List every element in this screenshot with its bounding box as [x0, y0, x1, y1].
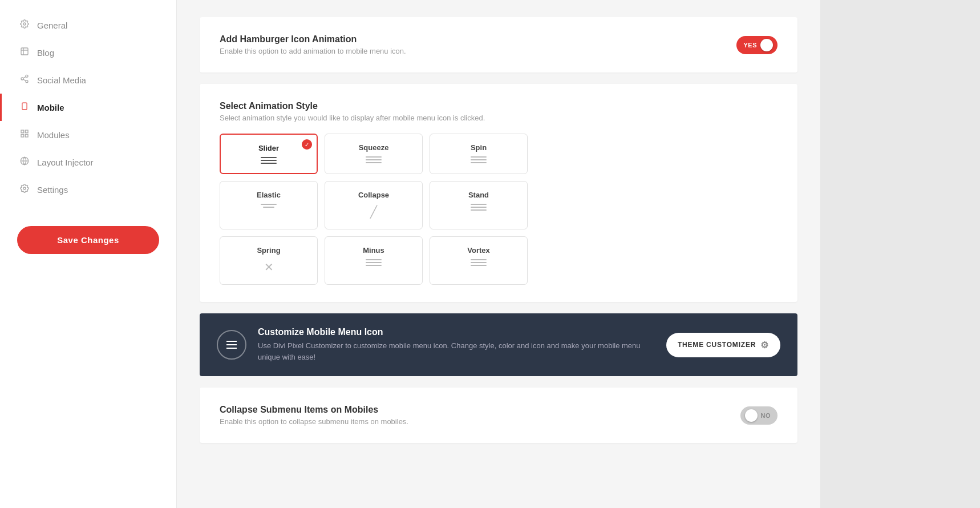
- collapse-submenu-card: Collapse Submenu Items on Mobiles Enable…: [200, 388, 797, 443]
- sidebar-item-blog[interactable]: Blog: [0, 39, 176, 66]
- toggle-no-label: NO: [761, 412, 771, 419]
- selected-check-icon: ✓: [302, 139, 312, 150]
- anim-label-spring: Spring: [227, 246, 310, 255]
- theme-customizer-button[interactable]: THEME CUSTOMIZER ⚙: [666, 333, 780, 357]
- svg-point-5: [21, 78, 23, 80]
- sidebar-item-social-media[interactable]: Social Media: [0, 66, 176, 94]
- toggle-circle: [745, 409, 758, 422]
- animation-style-desc: Select animation style you would like to…: [220, 114, 777, 122]
- anim-option-slider[interactable]: ✓ Slider: [220, 134, 318, 174]
- collapse-title: Collapse Submenu Items on Mobiles: [220, 405, 408, 415]
- hamburger-label-group: Add Hamburger Icon Animation Enable this…: [220, 34, 406, 55]
- hamburger-toggle[interactable]: YES: [736, 36, 777, 54]
- anim-icon-stand: [437, 204, 520, 211]
- menu-icon: [217, 330, 246, 360]
- collapse-desc: Enable this option to collapse submenu i…: [220, 417, 408, 426]
- hamburger-animation-card: Add Hamburger Icon Animation Enable this…: [200, 17, 797, 72]
- sidebar-item-general[interactable]: General: [0, 11, 176, 39]
- toggle-circle: [760, 39, 773, 51]
- anim-icon-minus: [332, 259, 415, 266]
- svg-point-17: [23, 187, 26, 190]
- main-content: Add Hamburger Icon Animation Enable this…: [177, 0, 820, 508]
- sidebar-item-label: Mobile: [37, 103, 64, 112]
- save-changes-button[interactable]: Save Changes: [17, 226, 159, 254]
- anim-label-squeeze: Squeeze: [332, 143, 415, 152]
- layout-icon: [19, 156, 30, 168]
- blog-icon: [19, 47, 30, 58]
- svg-line-7: [23, 79, 26, 81]
- sidebar-item-label: Modules: [37, 130, 70, 140]
- customize-banner: Customize Mobile Menu Icon Use Divi Pixe…: [200, 313, 797, 376]
- save-changes-wrap: Save Changes: [0, 215, 176, 265]
- social-icon: [19, 74, 30, 86]
- anim-icon-spin: [437, 156, 520, 163]
- anim-label-minus: Minus: [332, 246, 415, 255]
- anim-label-spin: Spin: [437, 143, 520, 152]
- theme-customizer-label: THEME CUSTOMIZER: [678, 341, 756, 349]
- svg-point-6: [26, 80, 28, 83]
- anim-icon-collapse: ╱: [332, 204, 415, 220]
- sidebar: General Blog Social Media Mobile Modules…: [0, 0, 177, 508]
- animation-style-card: Select Animation Style Select animation …: [200, 84, 797, 302]
- svg-rect-11: [21, 130, 24, 133]
- settings-icon: [19, 184, 30, 195]
- toggle-yes-label: YES: [743, 42, 757, 49]
- gear-icon: ⚙: [760, 340, 769, 350]
- svg-rect-13: [25, 134, 28, 137]
- anim-option-elastic[interactable]: Elastic: [220, 181, 318, 229]
- svg-line-8: [23, 76, 26, 78]
- collapse-toggle-row: Collapse Submenu Items on Mobiles Enable…: [220, 405, 777, 426]
- hamburger-desc: Enable this option to add animation to m…: [220, 47, 406, 55]
- anim-label-vortex: Vortex: [437, 246, 520, 255]
- sidebar-item-label: Social Media: [37, 75, 86, 85]
- hamburger-toggle-row: Add Hamburger Icon Animation Enable this…: [220, 34, 777, 55]
- anim-option-minus[interactable]: Minus: [325, 236, 423, 285]
- collapse-label-group: Collapse Submenu Items on Mobiles Enable…: [220, 405, 408, 426]
- sidebar-item-mobile[interactable]: Mobile: [0, 94, 176, 121]
- anim-label-stand: Stand: [437, 191, 520, 199]
- banner-text-group: Customize Mobile Menu Icon Use Divi Pixe…: [258, 327, 655, 362]
- gear-icon: [19, 19, 30, 31]
- anim-icon-vortex: [437, 259, 520, 266]
- anim-label-elastic: Elastic: [227, 191, 310, 199]
- animation-style-title: Select Animation Style: [220, 101, 777, 111]
- right-panel: [820, 0, 980, 508]
- anim-label-slider: Slider: [228, 144, 310, 152]
- hamburger-title: Add Hamburger Icon Animation: [220, 34, 406, 45]
- banner-desc: Use Divi Pixel Customizer to customize m…: [258, 340, 655, 362]
- sidebar-item-modules[interactable]: Modules: [0, 121, 176, 148]
- sidebar-item-label: General: [37, 21, 67, 30]
- anim-option-stand[interactable]: Stand: [430, 181, 528, 229]
- sidebar-item-settings[interactable]: Settings: [0, 176, 176, 203]
- animation-options-grid: ✓ Slider Squeeze: [220, 134, 528, 285]
- svg-point-4: [26, 75, 28, 77]
- svg-rect-14: [21, 134, 24, 137]
- anim-option-spring[interactable]: Spring ✕: [220, 236, 318, 285]
- banner-title: Customize Mobile Menu Icon: [258, 327, 655, 337]
- anim-icon-elastic: [227, 204, 310, 208]
- anim-option-vortex[interactable]: Vortex: [430, 236, 528, 285]
- anim-label-collapse: Collapse: [332, 191, 415, 199]
- collapse-toggle[interactable]: NO: [740, 406, 778, 425]
- anim-option-spin[interactable]: Spin: [430, 134, 528, 174]
- svg-point-0: [23, 23, 26, 25]
- anim-icon-slider: [228, 157, 310, 164]
- mobile-icon: [19, 102, 30, 113]
- sidebar-item-label: Settings: [37, 185, 68, 195]
- sidebar-item-label: Layout Injector: [37, 158, 93, 167]
- svg-rect-12: [25, 130, 28, 133]
- sidebar-item-label: Blog: [37, 48, 54, 58]
- modules-icon: [19, 129, 30, 140]
- svg-rect-1: [21, 48, 28, 55]
- anim-icon-spring: ✕: [227, 259, 310, 275]
- sidebar-item-layout-injector[interactable]: Layout Injector: [0, 148, 176, 176]
- anim-icon-squeeze: [332, 156, 415, 163]
- anim-option-squeeze[interactable]: Squeeze: [325, 134, 423, 174]
- anim-option-collapse[interactable]: Collapse ╱: [325, 181, 423, 229]
